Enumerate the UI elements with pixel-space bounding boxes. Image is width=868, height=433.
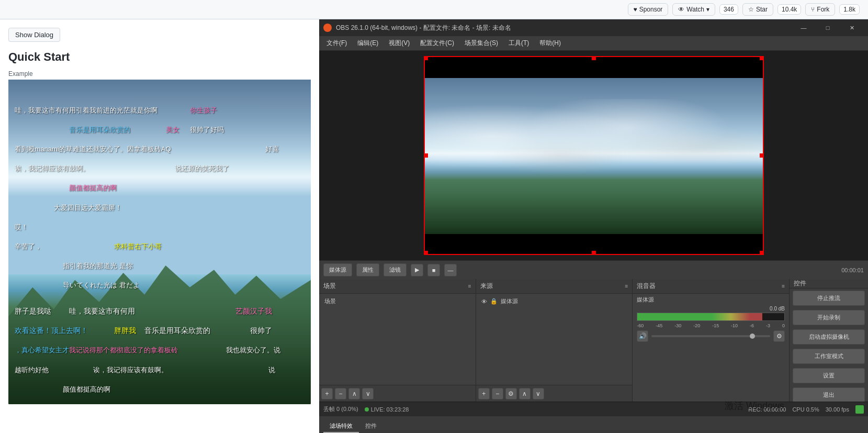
- menu-help[interactable]: 帮助(H): [534, 38, 566, 49]
- add-scene-button[interactable]: +: [321, 388, 333, 399]
- danmaku-text-5: 看到殴manami的草难道还就安心了。因拿着板砖AQ: [15, 145, 171, 154]
- source-panel: 来源 ≡ 👁 🔒 媒体源 + − ⚙ ∧: [476, 279, 633, 402]
- menu-file[interactable]: 文件(F): [321, 38, 352, 49]
- media-source-label: 媒体源: [323, 263, 352, 276]
- video-preview: 哇，我要这市有何用引着我前进的光茫就是你啊你生孩子音乐是用耳朵欣赏的美女很帅了好…: [8, 80, 311, 404]
- studio-mode-button[interactable]: 工作室模式: [793, 349, 865, 364]
- star-count: 10.4k: [777, 4, 801, 15]
- marker-6: -6: [750, 323, 754, 328]
- handle-top-middle[interactable]: [592, 56, 596, 60]
- obs-menubar: 文件(F) 编辑(E) 视图(V) 配置文件(C) 场景集合(S) 工具(T) …: [319, 36, 868, 51]
- sponsor-button[interactable]: ♥ Sponsor: [628, 3, 669, 16]
- source-item-label: 媒体源: [501, 297, 518, 305]
- menu-tools[interactable]: 工具(T): [503, 38, 534, 49]
- exit-button[interactable]: 退出: [793, 387, 865, 402]
- menu-view[interactable]: 视图(V): [384, 38, 415, 49]
- menu-profile[interactable]: 配置文件(C): [415, 38, 459, 49]
- obs-icon: [323, 24, 332, 32]
- star-icon: ☆: [748, 6, 754, 13]
- obs-preview-clouds: [425, 99, 763, 193]
- show-dialog-button[interactable]: Show Dialog: [8, 28, 60, 42]
- fork-button[interactable]: ⑂ Fork: [805, 3, 835, 16]
- remove-scene-button[interactable]: −: [335, 388, 346, 399]
- mixer-panel: 混音器 ≡ 媒体源 0.0 dB -60 -45: [633, 279, 790, 402]
- heart-icon: ♥: [634, 6, 637, 13]
- marker-30: -30: [674, 323, 681, 328]
- menu-edit[interactable]: 编辑(E): [352, 38, 384, 49]
- remove-source-button[interactable]: −: [492, 388, 503, 399]
- mute-button[interactable]: —: [444, 264, 457, 276]
- danmaku-text-2: 音乐是用耳朵欣赏的: [69, 125, 130, 135]
- filter-button[interactable]: 滤镜: [384, 263, 407, 276]
- scene-item[interactable]: 场景: [321, 296, 474, 307]
- stop-button[interactable]: ■: [427, 264, 440, 276]
- live-dot: [365, 407, 369, 412]
- play-button[interactable]: ▶: [411, 264, 423, 276]
- properties-button[interactable]: 属性: [356, 263, 379, 276]
- move-source-up-button[interactable]: ∧: [519, 388, 531, 399]
- danmaku-text-7: 诶，我记得应该有鼓啊。: [15, 164, 89, 173]
- handle-bottom-middle[interactable]: [592, 251, 596, 255]
- minimize-button[interactable]: —: [792, 19, 816, 36]
- source-panel-header: 来源 ≡: [476, 279, 633, 294]
- menu-scene-collection[interactable]: 场景集合(S): [459, 38, 503, 49]
- handle-left-middle[interactable]: [424, 153, 428, 158]
- move-source-down-button[interactable]: ∨: [533, 388, 544, 399]
- scene-panel-menu[interactable]: ≡: [468, 283, 471, 289]
- danmaku-text-4: 很帅了好吗: [190, 125, 224, 135]
- mixer-slider-thumb: [750, 334, 755, 339]
- danmaku-text-20: 胖胖我: [114, 326, 136, 336]
- danmaku-text-27: 诶，我记得应该有鼓啊。: [93, 365, 168, 375]
- settings-button[interactable]: 设置: [793, 368, 865, 383]
- mixer-level-markers: -60 -45 -30 -20 -15 -10 -6 -3 0: [637, 323, 785, 328]
- maximize-button[interactable]: □: [816, 19, 840, 36]
- star-button[interactable]: ☆ Star: [742, 3, 773, 16]
- mixer-controls: 🔊 ⚙: [637, 330, 785, 342]
- start-virtual-camera-button[interactable]: 启动虚拟摄像机: [793, 329, 865, 345]
- obs-panels: 场景 ≡ 场景 + − ∧ ∨: [319, 279, 868, 402]
- marker-15: -15: [712, 323, 719, 328]
- add-source-button[interactable]: +: [478, 388, 490, 399]
- start-recording-button[interactable]: 开始录制: [793, 310, 865, 325]
- handle-bottom-right[interactable]: [760, 251, 764, 255]
- fps-status: 30.00 fps: [826, 406, 849, 413]
- stop-streaming-button[interactable]: 停止推流: [793, 291, 865, 306]
- watch-count: 346: [719, 4, 738, 15]
- mixer-panel-content: 媒体源 0.0 dB -60 -45 -30 -20 -15: [633, 294, 789, 402]
- close-button[interactable]: ✕: [840, 19, 864, 36]
- source-panel-content: 👁 🔒 媒体源: [476, 294, 633, 385]
- move-scene-up-button[interactable]: ∧: [348, 388, 360, 399]
- obs-titlebar: OBS 26.1.0 (64-bit, windows) - 配置文件: 未命名…: [319, 19, 868, 36]
- watch-button[interactable]: 👁 Watch ▾: [672, 3, 715, 16]
- mixer-db-value: 0.0 dB: [770, 306, 785, 312]
- status-right: REC: 00:00:00 CPU 0.5% 30.00 fps: [748, 405, 864, 414]
- danmaku-text-21: 音乐是用耳朵欣赏的: [144, 326, 210, 336]
- source-panel-menu[interactable]: ≡: [625, 283, 628, 289]
- main-content: Show Dialog Quick Start Example 哇，我要这市有何…: [0, 19, 868, 433]
- mixer-volume-slider[interactable]: [651, 335, 770, 337]
- mixer-settings-button[interactable]: ⚙: [773, 330, 785, 342]
- source-item[interactable]: 👁 🔒 媒体源: [478, 296, 630, 307]
- mixer-mute-button[interactable]: 🔊: [637, 330, 648, 342]
- move-scene-down-button[interactable]: ∨: [362, 388, 374, 399]
- handle-top-right[interactable]: [760, 56, 764, 60]
- lock-icon: 🔒: [490, 298, 498, 305]
- live-time-text: LIVE: 03:23:28: [371, 406, 409, 413]
- tab-scene-effects[interactable]: 滤场特效: [323, 420, 359, 433]
- mixer-level-bar: [637, 313, 762, 320]
- danmaku-text-16: 胖子是我哒: [15, 307, 51, 316]
- danmaku-container: 哇，我要这市有何用引着我前进的光茫就是你啊你生孩子音乐是用耳朵欣赏的美女很帅了好…: [8, 80, 311, 404]
- mixer-panel-menu[interactable]: ≡: [782, 283, 785, 289]
- status-indicator-green: [855, 405, 864, 414]
- controls-panel: 控件 停止推流 开始录制 启动虚拟摄像机 工作室模式 设置 退出: [790, 279, 868, 402]
- handle-top-left[interactable]: [424, 56, 428, 60]
- controls-panel-header: 控件: [790, 279, 868, 288]
- mixer-item-label: 媒体源: [637, 296, 785, 304]
- source-settings-button[interactable]: ⚙: [505, 388, 517, 399]
- handle-bottom-left[interactable]: [424, 251, 428, 255]
- tab-controls[interactable]: 控件: [359, 420, 383, 433]
- danmaku-text-28: 说: [268, 365, 275, 375]
- obs-bottom: 场景 ≡ 场景 + − ∧ ∨: [319, 279, 868, 433]
- scene-panel-label: 场景: [323, 282, 336, 291]
- handle-right-middle[interactable]: [760, 153, 764, 158]
